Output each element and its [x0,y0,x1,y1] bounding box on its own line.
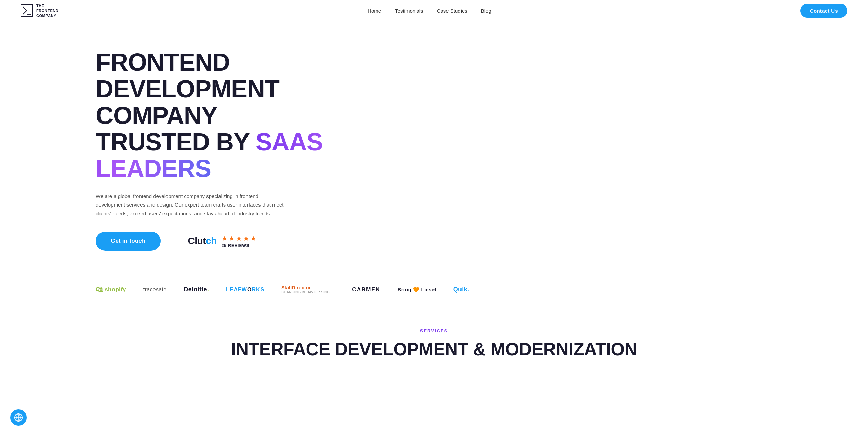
clutch-rating: Clutch ★ ★ ★ ★ ★ 25 REVIEWS [188,234,256,248]
hero-section: FRONTEND DEVELOPMENT COMPANY TRUSTED BY … [0,22,479,271]
logo-tracesafe: tracesafe [143,287,167,293]
star-3: ★ [236,234,242,242]
nav-case-studies[interactable]: Case Studies [437,8,467,14]
logo-skilldirector: SkillDirectorCHANGING BEHAVIOR SINCE... [281,285,335,294]
logo-leafworks: LEAFWORKS [226,287,264,293]
logo-bringliesel: Bring 🧡 Liesel [398,287,436,293]
quik-label: Quik. [453,286,469,293]
star-4: ★ [243,234,249,242]
shopify-icon: 🛍 [96,285,103,294]
carmen-label: CARMEN [352,287,380,293]
star-1: ★ [222,234,228,242]
contact-us-button[interactable]: Contact Us [800,4,847,18]
shopify-label: shopify [105,286,126,293]
hero-description: We are a global frontend development com… [96,192,287,218]
logo-deloitte: Deloitte. [184,286,209,293]
logo-text: THE FRONTEND COMPANY [36,3,58,18]
logo-icon [21,4,33,17]
services-section: SERVICES INTERFACE DEVELOPMENT & MODERNI… [0,308,868,370]
logo-quik: Quik. [453,286,469,293]
clutch-logo: Clutch [188,236,217,247]
clutch-stars-block: ★ ★ ★ ★ ★ 25 REVIEWS [222,234,256,248]
hero-cta-row: Get in touch Clutch ★ ★ ★ ★ ★ 25 REVIEWS [96,232,458,251]
services-title: INTERFACE DEVELOPMENT & MODERNIZATION [21,339,847,359]
navbar: THE FRONTEND COMPANY Home Testimonials C… [0,0,868,22]
stars-row: ★ ★ ★ ★ ★ [222,234,256,242]
logos-bar: 🛍 shopify tracesafe Deloitte. LEAFWORKS … [0,271,868,308]
nav-testimonials[interactable]: Testimonials [395,8,423,14]
logo-carmen: CARMEN [352,287,380,293]
star-5: ★ [250,234,256,242]
tracesafe-label: tracesafe [143,287,167,293]
hero-headline: FRONTEND DEVELOPMENT COMPANY TRUSTED BY … [96,49,369,182]
nav-home[interactable]: Home [368,8,381,14]
main-nav: Home Testimonials Case Studies Blog [368,8,491,14]
bringliesel-label: Bring 🧡 Liesel [398,287,436,293]
services-label: SERVICES [21,328,847,333]
logo[interactable]: THE FRONTEND COMPANY [21,3,58,18]
reviews-count: 25 REVIEWS [222,243,250,248]
nav-blog[interactable]: Blog [481,8,491,14]
logo-shopify: 🛍 shopify [96,285,126,294]
deloitte-label: Deloitte. [184,286,209,293]
leafworks-label: LEAFWORKS [226,287,264,293]
skilldirector-label: SkillDirectorCHANGING BEHAVIOR SINCE... [281,285,335,294]
star-2: ★ [229,234,235,242]
get-in-touch-button[interactable]: Get in touch [96,232,161,251]
